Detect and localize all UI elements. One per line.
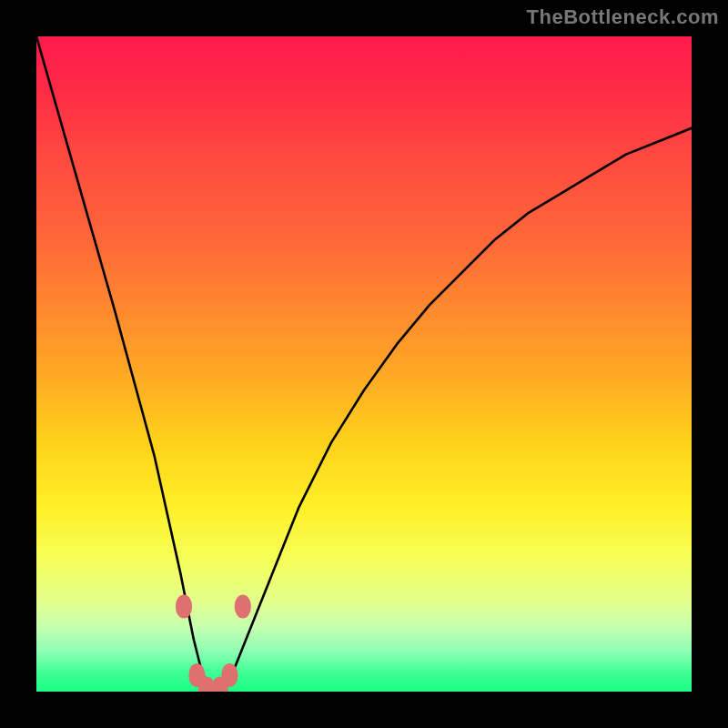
curve-marker [176,594,192,618]
curve-marker [188,663,205,687]
watermark-text: TheBottleneck.com [527,5,719,29]
plot-area [36,36,692,692]
curve-svg [36,36,692,692]
curve-marker [212,676,228,692]
bottleneck-curve [36,36,692,692]
curve-marker [221,663,238,687]
chart-container: TheBottleneck.com [0,0,728,728]
curve-marker [198,676,215,692]
curve-marker [235,594,251,618]
